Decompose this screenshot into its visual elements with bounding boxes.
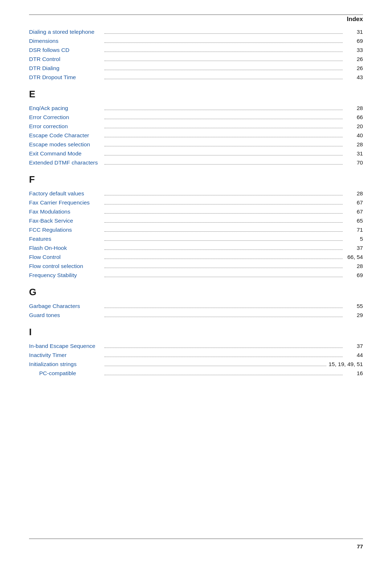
entry-dots (105, 52, 343, 52)
section-e: E Enq/Ack pacing 28 Error Correction 66 … (29, 89, 363, 166)
entry-dots (105, 137, 343, 137)
entry-dots (105, 79, 343, 79)
entry-label: Fax Modulations (29, 208, 102, 215)
entry-label: DTR Dropout Time (29, 74, 102, 81)
entry-dots (105, 259, 343, 259)
entry-label: Extended DTMF characters (29, 159, 102, 166)
entry-dots (105, 42, 343, 43)
header-row: Index (29, 16, 363, 23)
entry-dots (105, 195, 343, 195)
entry-page: 28 (345, 263, 363, 269)
entry-page: 37 (345, 245, 363, 251)
section-d: Dialing a stored telephone 31 Dimensions… (29, 29, 363, 81)
entry-dots (105, 366, 326, 366)
list-item: Inactivity Timer 44 (29, 352, 363, 358)
list-item: DSR follows CD 33 (29, 47, 363, 53)
list-item: Extended DTMF characters 70 (29, 159, 363, 166)
entry-page: 31 (345, 29, 363, 35)
entry-label: FCC Regulations (29, 227, 102, 233)
entry-label: Dimensions (29, 38, 102, 44)
entry-page: 26 (345, 56, 363, 62)
section-letter-f: F (29, 174, 363, 185)
list-item: Error Correction 66 (29, 114, 363, 121)
entry-dots (105, 348, 343, 348)
entry-dots (105, 240, 343, 241)
entry-dots (105, 164, 343, 165)
top-rule (29, 15, 363, 15)
entry-dots (105, 33, 343, 34)
entry-label: Garbage Characters (29, 303, 102, 309)
entry-page: 66 (345, 114, 363, 121)
list-item: Flash On-Hook 37 (29, 245, 363, 251)
entry-label: DTR Control (29, 56, 102, 62)
entry-dots (105, 110, 343, 110)
entry-page: 16 (345, 370, 363, 377)
entry-dots (105, 61, 343, 61)
section-letter-g: G (29, 287, 363, 298)
entry-page: 40 (345, 132, 363, 139)
entry-label: Factory default values (29, 190, 102, 197)
entry-page: 69 (345, 38, 363, 44)
list-item: Garbage Characters 55 (29, 303, 363, 309)
entry-page: 66, 54 (345, 254, 363, 260)
entry-label: Fax Carrier Frequencies (29, 199, 102, 206)
list-item: FCC Regulations 71 (29, 227, 363, 233)
list-item: Initialization strings 15, 19, 49, 51 (29, 361, 363, 368)
entry-dots (105, 146, 343, 146)
entry-page: 28 (345, 190, 363, 197)
list-item: Escape Code Character 40 (29, 132, 363, 139)
entry-dots (105, 213, 343, 214)
list-item: Flow control selection 28 (29, 263, 363, 269)
list-item: PC-compatible 16 (29, 370, 363, 377)
page-container: Index Dialing a stored telephone 31 Dime… (0, 0, 392, 564)
list-item: DTR Control 26 (29, 56, 363, 62)
entry-label: DTR Dialing (29, 65, 102, 72)
entry-label: Features (29, 236, 102, 242)
entry-page: 67 (345, 199, 363, 206)
list-item: Flow Control 66, 54 (29, 254, 363, 260)
bottom-rule (29, 539, 363, 539)
entry-dots (105, 155, 343, 155)
entry-page: 69 (345, 272, 363, 279)
page-header-title: Index (347, 16, 363, 23)
list-item: Exit Command Mode 31 (29, 150, 363, 157)
list-item: Features 5 (29, 236, 363, 242)
entry-label: Guard tones (29, 312, 102, 318)
entry-dots (105, 277, 343, 277)
list-item: Dimensions 69 (29, 38, 363, 44)
entry-dots (105, 128, 343, 128)
section-i: I In-band Escape Sequence 37 Inactivity … (29, 326, 363, 377)
list-item: DTR Dropout Time 43 (29, 74, 363, 81)
entry-label: Enq/Ack pacing (29, 105, 102, 111)
entry-label: Escape Code Character (29, 132, 102, 139)
entry-page: 31 (345, 150, 363, 157)
entry-label: Flow control selection (29, 263, 102, 269)
entry-label: Inactivity Timer (29, 352, 102, 358)
entry-dots (105, 204, 343, 204)
entry-dots (105, 268, 343, 268)
entry-dots (105, 249, 343, 250)
entry-dots (105, 119, 343, 119)
entry-page: 37 (345, 343, 363, 349)
entry-label: Escape modes selection (29, 141, 102, 148)
entry-page: 67 (345, 208, 363, 215)
entry-dots (105, 375, 343, 375)
entry-label: Frequency Stability (29, 272, 102, 279)
entry-dots (105, 308, 343, 308)
entry-label: Initialization strings (29, 361, 102, 368)
list-item: Guard tones 29 (29, 312, 363, 318)
entry-dots (105, 70, 343, 70)
entry-label: Error Correction (29, 114, 102, 121)
entry-dots (105, 317, 343, 317)
entry-dots (105, 357, 343, 357)
entry-label: Error correction (29, 123, 102, 130)
section-g: G Garbage Characters 55 Guard tones 29 (29, 287, 363, 318)
entry-page: 20 (345, 123, 363, 130)
list-item: DTR Dialing 26 (29, 65, 363, 72)
entry-label: In-band Escape Sequence (29, 343, 102, 349)
entry-page: 65 (345, 218, 363, 224)
entry-page: 71 (345, 227, 363, 233)
entry-label: Dialing a stored telephone (29, 29, 102, 35)
list-item: In-band Escape Sequence 37 (29, 343, 363, 349)
entry-page: 43 (345, 74, 363, 81)
